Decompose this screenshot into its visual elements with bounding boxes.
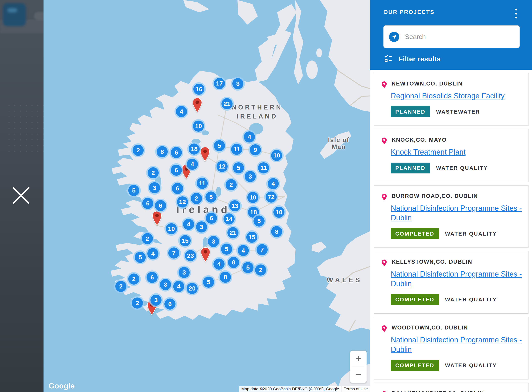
project-card[interactable]: BURROW ROAD,CO. DUBLIN National Disinfec… <box>374 185 528 248</box>
map-cluster-marker[interactable]: 21 <box>228 227 238 238</box>
map-cluster-marker[interactable]: 2 <box>191 193 202 204</box>
map-cluster-marker[interactable]: 15 <box>246 232 257 243</box>
map-cluster-marker[interactable]: 7 <box>168 247 179 259</box>
map-cluster-marker[interactable]: 15 <box>180 235 191 246</box>
map-cluster-marker[interactable]: 3 <box>208 236 219 247</box>
map-cluster-marker[interactable]: 5 <box>221 243 232 255</box>
map-cluster-marker[interactable]: 4 <box>268 178 279 189</box>
map-cluster-marker[interactable]: 6 <box>155 200 166 211</box>
zoom-out-button[interactable]: − <box>350 367 366 383</box>
map-cluster-marker[interactable]: 12 <box>217 161 228 172</box>
map-cluster-marker[interactable]: 2 <box>115 281 126 292</box>
map-cluster-marker[interactable]: 4 <box>176 106 187 117</box>
map-cluster-marker[interactable]: 4 <box>238 245 249 256</box>
map-cluster-marker[interactable]: 2 <box>142 233 153 244</box>
map-cluster-marker[interactable]: 2 <box>133 145 144 156</box>
map-cluster-marker[interactable]: 8 <box>220 272 231 283</box>
project-name-link[interactable]: Knock Treatment Plant <box>391 147 522 157</box>
map-cluster-marker[interactable]: 2 <box>255 265 266 275</box>
map-cluster-marker[interactable]: 3 <box>196 221 207 233</box>
map-cluster-marker[interactable]: 6 <box>164 299 176 310</box>
project-location: KELLYSTOWN,CO. DUBLIN <box>392 259 522 265</box>
map-cluster-marker[interactable]: 3 <box>150 295 162 306</box>
google-logo[interactable]: Google <box>49 382 75 390</box>
map-cluster-marker[interactable]: 18 <box>189 144 200 154</box>
map-cluster-marker[interactable]: 12 <box>177 196 188 207</box>
map-cluster-marker[interactable]: 8 <box>157 146 168 157</box>
search-input[interactable] <box>405 26 516 48</box>
map-cluster-marker[interactable]: 3 <box>179 267 190 278</box>
filter-results-button[interactable]: Filter results <box>384 55 441 63</box>
map-cluster-marker[interactable]: 10 <box>193 121 204 132</box>
map-cluster-marker[interactable]: 6 <box>171 165 182 176</box>
map-cluster-marker[interactable]: 17 <box>214 78 225 89</box>
project-name-link[interactable]: National Disinfection Programme Sites - … <box>391 269 522 289</box>
map-cluster-marker[interactable]: 2 <box>132 298 143 308</box>
map-cluster-marker[interactable]: 5 <box>242 262 253 273</box>
map-cluster-marker[interactable]: 21 <box>221 98 233 109</box>
map-cluster-marker[interactable]: 2 <box>226 179 237 190</box>
map-cluster-marker[interactable]: 9 <box>250 144 261 155</box>
map-cluster-marker[interactable]: 2 <box>128 274 139 285</box>
kebab-menu-icon[interactable] <box>512 8 520 19</box>
map-cluster-marker[interactable]: 3 <box>245 171 256 182</box>
map-cluster-marker[interactable]: 23 <box>185 250 196 261</box>
map-cluster-marker[interactable]: 20 <box>187 283 198 294</box>
map-cluster-marker[interactable]: 4 <box>214 259 224 270</box>
map-cluster-marker[interactable]: 14 <box>223 213 235 224</box>
map-cluster-marker[interactable]: 7 <box>256 244 268 255</box>
map-cluster-marker[interactable]: 6 <box>147 272 158 283</box>
map-cluster-marker[interactable]: 5 <box>135 252 146 263</box>
project-card[interactable]: WOODTOWN,CO. DUBLIN National Disinfectio… <box>374 317 528 379</box>
zoom-in-button[interactable]: + <box>350 350 366 367</box>
project-card[interactable]: BALLYEMONDUFF,CO. DUBLIN National Disinf… <box>374 383 528 392</box>
map-cluster-marker[interactable]: 5 <box>253 215 265 227</box>
map-cluster-marker[interactable]: 11 <box>231 144 242 155</box>
map-cluster-marker[interactable]: 8 <box>271 226 282 237</box>
map-cluster-marker[interactable]: 3 <box>160 279 171 290</box>
project-card[interactable]: KNOCK,CO. MAYO Knock Treatment Plant PLA… <box>374 129 528 182</box>
map-cluster-marker[interactable]: 6 <box>142 198 153 209</box>
close-icon[interactable] <box>12 186 30 205</box>
map-cluster-marker[interactable]: 72 <box>266 191 277 203</box>
map-cluster-marker[interactable]: 10 <box>271 150 282 161</box>
map-pin-marker[interactable] <box>201 247 210 262</box>
status-badge: PLANNED <box>391 163 430 173</box>
project-name-link[interactable]: Regional Biosolids Storage Facility <box>391 91 522 101</box>
project-card[interactable]: NEWTOWN,CO. DUBLIN Regional Biosolids St… <box>374 73 528 126</box>
map-cluster-marker[interactable]: 13 <box>229 200 240 211</box>
map-cluster-marker[interactable]: 10 <box>247 192 258 203</box>
map-cluster-marker[interactable]: 4 <box>173 281 184 292</box>
terms-of-use-link[interactable]: Terms of Use <box>342 386 370 392</box>
map-cluster-marker[interactable]: 11 <box>258 162 269 173</box>
map-cluster-marker[interactable]: 5 <box>205 191 217 203</box>
map-cluster-marker[interactable]: 11 <box>197 178 208 189</box>
project-name-link[interactable]: National Disinfection Programme Sites - … <box>391 203 522 223</box>
map-cluster-marker[interactable]: 6 <box>172 183 183 194</box>
map-cluster-marker[interactable]: 5 <box>203 277 214 288</box>
map-cluster-marker[interactable]: 4 <box>187 159 198 170</box>
search-box[interactable] <box>383 25 520 48</box>
map-cluster-marker[interactable]: 4 <box>244 131 255 142</box>
map-cluster-marker[interactable]: 8 <box>228 257 239 268</box>
map-cluster-marker[interactable]: 10 <box>166 223 177 234</box>
map-cluster-marker[interactable]: 5 <box>214 140 225 151</box>
map-cluster-marker[interactable]: 3 <box>149 182 160 193</box>
map-cluster-marker[interactable]: 6 <box>206 213 217 224</box>
map-cluster-marker[interactable]: 4 <box>147 248 158 259</box>
map-cluster-marker[interactable]: 16 <box>193 84 204 95</box>
site-logo-highlight <box>7 8 17 12</box>
map-cluster-marker[interactable]: 5 <box>233 162 244 173</box>
map-canvas[interactable]: NORTHERN IRELAND Ireland Isle of Man WAL… <box>43 0 370 392</box>
project-name-link[interactable]: National Disinfection Programme Sites - … <box>391 335 522 354</box>
map-pin-marker[interactable] <box>193 98 202 112</box>
map-pin-marker[interactable] <box>152 211 162 226</box>
map-cluster-marker[interactable]: 4 <box>183 219 194 230</box>
map-cluster-marker[interactable]: 5 <box>128 185 139 196</box>
map-pin-marker[interactable] <box>200 147 210 162</box>
map-cluster-marker[interactable]: 3 <box>232 78 243 89</box>
map-cluster-marker[interactable]: 2 <box>147 167 159 178</box>
project-card[interactable]: KELLYSTOWN,CO. DUBLIN National Disinfect… <box>374 251 528 314</box>
map-cluster-marker[interactable]: 10 <box>273 207 285 218</box>
map-cluster-marker[interactable]: 6 <box>171 147 182 158</box>
